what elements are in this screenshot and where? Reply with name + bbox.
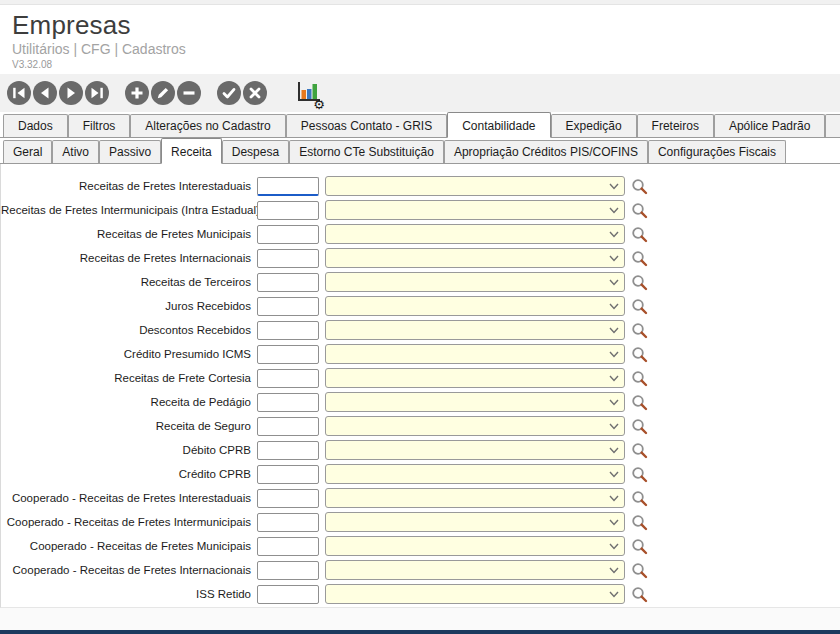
edit-record-button[interactable]	[151, 81, 175, 105]
code-input-cooperado-receitas-de-fretes-interestaduais[interactable]	[257, 489, 319, 508]
secondary-tab-estorno-cte-substituicao[interactable]: Estorno CTe Substituição	[289, 140, 444, 163]
field-label: Cooperado - Receitas de Fretes Interesta…	[1, 492, 257, 504]
secondary-tab-geral[interactable]: Geral	[3, 140, 52, 163]
magnifier-icon	[631, 442, 648, 459]
code-input-iss-retido[interactable]	[257, 585, 319, 604]
account-combo-cooperado-receitas-de-fretes-interestaduais[interactable]	[325, 488, 625, 508]
confirm-button[interactable]	[217, 81, 241, 105]
lookup-button-credito-presumido-icms[interactable]	[631, 345, 649, 363]
account-combo-receitas-de-frete-cortesia[interactable]	[325, 368, 625, 388]
code-input-credito-presumido-icms[interactable]	[257, 345, 319, 364]
primary-tab-alteracoes-no-cadastro[interactable]: Alterações no Cadastro	[130, 114, 285, 137]
account-combo-receitas-de-fretes-intermunicipais-intra-estadual[interactable]	[325, 200, 625, 220]
report-button[interactable]: ⚙	[292, 79, 324, 107]
delete-record-button[interactable]	[177, 81, 201, 105]
code-input-receitas-de-fretes-interestaduais[interactable]	[257, 177, 319, 196]
cancel-x-icon	[243, 81, 267, 105]
code-input-receita-de-pedagio[interactable]	[257, 393, 319, 412]
account-combo-receitas-de-fretes-interestaduais[interactable]	[325, 176, 625, 196]
add-record-button[interactable]	[125, 81, 149, 105]
lookup-button-cooperado-receitas-de-fretes-internacionais[interactable]	[631, 561, 649, 579]
lookup-button-cooperado-receitas-de-fretes-municipais[interactable]	[631, 537, 649, 555]
magnifier-icon	[631, 298, 648, 315]
secondary-tab-receita[interactable]: Receita	[161, 138, 222, 164]
account-combo-credito-presumido-icms[interactable]	[325, 344, 625, 364]
confirm-check-icon	[217, 81, 241, 105]
previous-record-button[interactable]	[33, 81, 57, 105]
lookup-button-cooperado-receitas-de-fretes-interestaduais[interactable]	[631, 489, 649, 507]
secondary-tab-ativo[interactable]: Ativo	[52, 140, 99, 163]
chevron-down-icon	[609, 231, 619, 238]
next-record-button[interactable]	[59, 81, 83, 105]
code-input-receita-de-seguro[interactable]	[257, 417, 319, 436]
code-input-receitas-de-fretes-internacionais[interactable]	[257, 249, 319, 268]
code-input-juros-recebidos[interactable]	[257, 297, 319, 316]
previous-icon	[33, 81, 57, 105]
code-input-receitas-de-terceiros[interactable]	[257, 273, 319, 292]
lookup-button-receita-de-pedagio[interactable]	[631, 393, 649, 411]
code-input-receitas-de-fretes-municipais[interactable]	[257, 225, 319, 244]
form-row-receitas-de-terceiros: Receitas de Terceiros	[1, 270, 840, 294]
primary-tab-freteiros[interactable]: Freteiros	[637, 114, 714, 137]
code-input-cooperado-receitas-de-fretes-internacionais[interactable]	[257, 561, 319, 580]
field-label: Receitas de Frete Cortesia	[1, 372, 257, 384]
lookup-button-receitas-de-fretes-internacionais[interactable]	[631, 249, 649, 267]
lookup-button-credito-cprb[interactable]	[631, 465, 649, 483]
primary-tab-filtros[interactable]: Filtros	[68, 114, 131, 137]
lookup-button-iss-retido[interactable]	[631, 585, 649, 603]
account-combo-cooperado-receitas-de-fretes-internacionais[interactable]	[325, 560, 625, 580]
secondary-tab-apropriacao-creditos-pis-cofins[interactable]: Apropriação Créditos PIS/COFINS	[444, 140, 648, 163]
primary-tab-apolice-padrao[interactable]: Apólice Padrão	[714, 114, 825, 137]
lookup-button-receita-de-seguro[interactable]	[631, 417, 649, 435]
skip-last-icon	[85, 81, 109, 105]
lookup-button-receitas-de-terceiros[interactable]	[631, 273, 649, 291]
lookup-button-receitas-de-fretes-interestaduais[interactable]	[631, 177, 649, 195]
code-input-descontos-recebidos[interactable]	[257, 321, 319, 340]
primary-tab-coleta-e-entrega[interactable]: Coleta e Entrega	[825, 114, 840, 137]
account-combo-cooperado-receitas-de-fretes-municipais[interactable]	[325, 536, 625, 556]
lookup-button-debito-cprb[interactable]	[631, 441, 649, 459]
code-input-cooperado-receitas-de-fretes-intermunicipais[interactable]	[257, 513, 319, 532]
field-label: Crédito CPRB	[1, 468, 257, 480]
account-combo-debito-cprb[interactable]	[325, 440, 625, 460]
lookup-button-receitas-de-fretes-intermunicipais-intra-estadual[interactable]	[631, 201, 649, 219]
account-combo-receitas-de-terceiros[interactable]	[325, 272, 625, 292]
account-combo-credito-cprb[interactable]	[325, 464, 625, 484]
lookup-button-receitas-de-fretes-municipais[interactable]	[631, 225, 649, 243]
chevron-down-icon	[609, 495, 619, 502]
form-row-cooperado-receitas-de-fretes-internacionais: Cooperado - Receitas de Fretes Internaci…	[1, 558, 840, 582]
account-combo-iss-retido[interactable]	[325, 584, 625, 604]
primary-tab-contabilidade[interactable]: Contabilidade	[447, 112, 550, 138]
lookup-button-cooperado-receitas-de-fretes-intermunicipais[interactable]	[631, 513, 649, 531]
account-combo-receitas-de-fretes-internacionais[interactable]	[325, 248, 625, 268]
lookup-button-juros-recebidos[interactable]	[631, 297, 649, 315]
code-input-debito-cprb[interactable]	[257, 441, 319, 460]
magnifier-icon	[631, 370, 648, 387]
secondary-tab-configuracoes-fiscais[interactable]: Configurações Fiscais	[648, 140, 786, 163]
code-input-receitas-de-fretes-intermunicipais-intra-estadual[interactable]	[257, 201, 319, 220]
field-label: Juros Recebidos	[1, 300, 257, 312]
field-label: Receitas de Terceiros	[1, 276, 257, 288]
account-combo-receitas-de-fretes-municipais[interactable]	[325, 224, 625, 244]
account-combo-descontos-recebidos[interactable]	[325, 320, 625, 340]
secondary-tab-despesa[interactable]: Despesa	[222, 140, 289, 163]
code-input-receitas-de-frete-cortesia[interactable]	[257, 369, 319, 388]
lookup-button-receitas-de-frete-cortesia[interactable]	[631, 369, 649, 387]
primary-tab-expedicao[interactable]: Expedição	[551, 114, 637, 137]
account-combo-receita-de-pedagio[interactable]	[325, 392, 625, 412]
page-header: Empresas Utilitários | CFG | Cadastros V…	[0, 5, 840, 74]
cancel-button[interactable]	[243, 81, 267, 105]
magnifier-icon	[631, 226, 648, 243]
lookup-button-descontos-recebidos[interactable]	[631, 321, 649, 339]
code-input-cooperado-receitas-de-fretes-municipais[interactable]	[257, 537, 319, 556]
account-combo-cooperado-receitas-de-fretes-intermunicipais[interactable]	[325, 512, 625, 532]
code-input-credito-cprb[interactable]	[257, 465, 319, 484]
account-combo-juros-recebidos[interactable]	[325, 296, 625, 316]
secondary-tab-passivo[interactable]: Passivo	[99, 140, 161, 163]
primary-tab-pessoas-contato-gris[interactable]: Pessoas Contato - GRIS	[286, 114, 447, 137]
last-record-button[interactable]	[85, 81, 109, 105]
first-record-button[interactable]	[7, 81, 31, 105]
account-combo-receita-de-seguro[interactable]	[325, 416, 625, 436]
toolbar: ⚙	[0, 74, 840, 112]
primary-tab-dados[interactable]: Dados	[3, 114, 68, 137]
